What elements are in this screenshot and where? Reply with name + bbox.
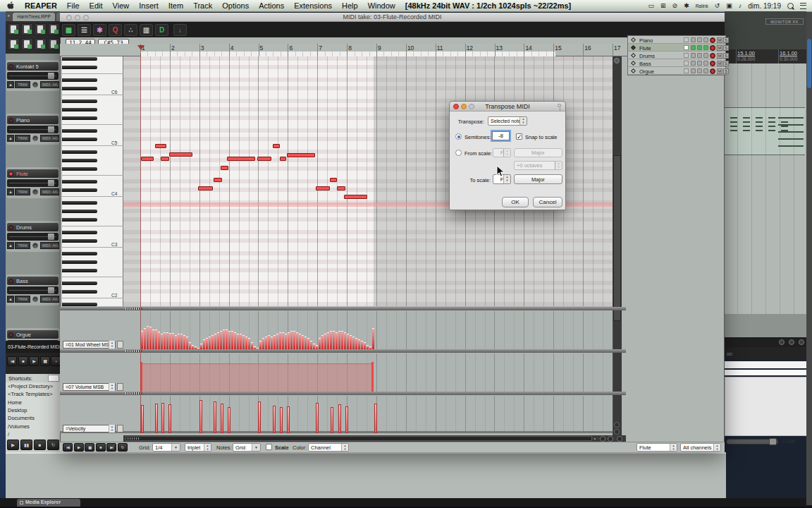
- ok-button[interactable]: OK: [502, 197, 529, 207]
- cc-event-bar[interactable]: [259, 341, 262, 349]
- octaves-popup[interactable]: +0 octaves▲ ▼: [514, 161, 562, 170]
- cc-event-bar[interactable]: [310, 341, 312, 349]
- cc-event-bar[interactable]: [336, 332, 338, 349]
- cc-event-bar[interactable]: [347, 334, 349, 349]
- spaces-icon[interactable]: ⊞: [660, 2, 666, 9]
- solo-button[interactable]: S: [723, 53, 729, 59]
- black-key[interactable]: [62, 282, 97, 285]
- display-icon[interactable]: ▭: [648, 2, 655, 9]
- cc-event-bar[interactable]: [279, 332, 281, 349]
- solo-button[interactable]: S: [723, 68, 729, 74]
- fx-bypass-icon[interactable]: ⊘: [32, 296, 38, 302]
- to-mode-button[interactable]: Major: [514, 174, 562, 184]
- cc-event-bar[interactable]: [299, 334, 301, 349]
- midi-editor-titlebar[interactable]: MIDI take: 03-Flute-Recorded MIDI: [60, 13, 725, 22]
- media-explorer-files[interactable]: [6, 452, 726, 498]
- volume-lane-stepper[interactable]: ▲ ▼: [109, 383, 115, 391]
- midi-note[interactable]: [155, 144, 166, 148]
- transpose-mode-popup[interactable]: Selected notes▲ ▼: [488, 116, 527, 126]
- cc-event-bar[interactable]: [237, 334, 239, 349]
- vscroll-thumb[interactable]: [807, 39, 811, 88]
- midi-note[interactable]: [330, 178, 337, 182]
- black-key[interactable]: [62, 260, 97, 264]
- solo-button[interactable]: S: [723, 61, 729, 66]
- zoom-icon[interactable]: [469, 104, 474, 109]
- stop-button[interactable]: ■: [96, 443, 106, 452]
- cc-event-bar[interactable]: [189, 342, 191, 349]
- black-key[interactable]: [62, 159, 97, 162]
- env-arm-button[interactable]: ▲: [7, 188, 14, 195]
- go-start-button[interactable]: |◀: [7, 356, 17, 366]
- track-mini-icon[interactable]: [697, 37, 702, 42]
- cc-event-bar[interactable]: [226, 329, 228, 349]
- cc-event-bar[interactable]: [330, 331, 332, 349]
- slider-handle[interactable]: [48, 126, 54, 133]
- black-key[interactable]: [62, 116, 97, 120]
- settings-icon[interactable]: [48, 38, 60, 50]
- go-start-button[interactable]: |◀: [63, 443, 73, 452]
- zoom-out-icon[interactable]: [799, 339, 804, 345]
- pause-button[interactable]: ▮▮: [40, 356, 50, 366]
- track-mini-icon[interactable]: [703, 53, 708, 58]
- track-volume-slider[interactable]: [7, 126, 59, 133]
- midi-input-badge[interactable]: MIDI: AKA: [40, 81, 59, 88]
- render-icon[interactable]: [48, 23, 60, 35]
- velocity-bar[interactable]: [161, 403, 164, 433]
- cc-event-bar[interactable]: [203, 339, 205, 349]
- spotlight-icon[interactable]: [787, 3, 794, 9]
- midi-note[interactable]: [169, 152, 192, 157]
- cc-event-bar[interactable]: [164, 332, 166, 349]
- cc-event-bar[interactable]: [296, 332, 298, 349]
- cc-event-bar[interactable]: [338, 331, 340, 349]
- semitones-radio[interactable]: [455, 133, 462, 140]
- fx-checkbox[interactable]: [684, 45, 689, 50]
- record-arm-button[interactable]: [710, 37, 715, 43]
- black-key[interactable]: [62, 87, 97, 90]
- edit-cursor-marker[interactable]: [137, 45, 144, 50]
- record-button[interactable]: ●: [51, 356, 61, 366]
- save-project-icon[interactable]: [35, 23, 47, 35]
- slider-handle[interactable]: [48, 73, 54, 79]
- trim-button[interactable]: TRIM: [15, 242, 30, 249]
- black-key[interactable]: [62, 188, 97, 192]
- menu-item-extensions[interactable]: Extensions: [294, 1, 332, 10]
- track-mini-icon[interactable]: [691, 37, 696, 42]
- midi-note[interactable]: [257, 157, 271, 161]
- apple-icon[interactable]: [7, 1, 15, 11]
- cc-event-bar[interactable]: [200, 344, 202, 349]
- scale-checkbox[interactable]: [266, 444, 272, 450]
- velocity-bar[interactable]: [331, 407, 333, 433]
- black-key[interactable]: [62, 167, 97, 171]
- bug-icon[interactable]: ✱: [684, 2, 689, 9]
- black-key[interactable]: [62, 201, 97, 205]
- midi-input-badge[interactable]: MIDI: AKA: [40, 135, 59, 142]
- record-arm-button[interactable]: [8, 279, 13, 284]
- import-icon[interactable]: ↓: [173, 24, 187, 36]
- minimize-icon[interactable]: [461, 104, 467, 109]
- record-arm-button[interactable]: [710, 68, 715, 74]
- record-arm-button[interactable]: [710, 53, 715, 59]
- env-arm-button[interactable]: ▲: [7, 296, 14, 303]
- fx-bypass-icon[interactable]: ⊘: [32, 82, 38, 87]
- wifi-utility-label[interactable]: Ralink: [696, 4, 708, 8]
- menu-item-reaper[interactable]: REAPER: [25, 1, 57, 10]
- pin-icon[interactable]: [558, 104, 561, 107]
- cc-event-bar[interactable]: [183, 335, 185, 349]
- hzoom-in-icon[interactable]: [600, 436, 605, 442]
- cc-event-bar[interactable]: [333, 331, 335, 349]
- track-mini-icon[interactable]: [691, 68, 696, 73]
- velocity-bar[interactable]: [199, 400, 202, 433]
- black-key[interactable]: [62, 108, 97, 111]
- midi-note[interactable]: [280, 157, 286, 161]
- record-arm-button[interactable]: [710, 45, 715, 51]
- black-key[interactable]: [62, 57, 97, 61]
- notes-combo[interactable]: Grid▼: [233, 443, 261, 452]
- go-end-button[interactable]: ▶|: [106, 443, 116, 452]
- trim-button[interactable]: TRIM: [15, 135, 30, 142]
- velocity-bar[interactable]: [228, 407, 230, 433]
- cc-event-bar[interactable]: [172, 333, 174, 349]
- project-tab[interactable]: HarmTrees.RPP: [13, 13, 55, 21]
- zoom-add-icon[interactable]: [789, 339, 794, 345]
- track-header[interactable]: Bass: [7, 277, 59, 285]
- midi-note[interactable]: [198, 186, 213, 190]
